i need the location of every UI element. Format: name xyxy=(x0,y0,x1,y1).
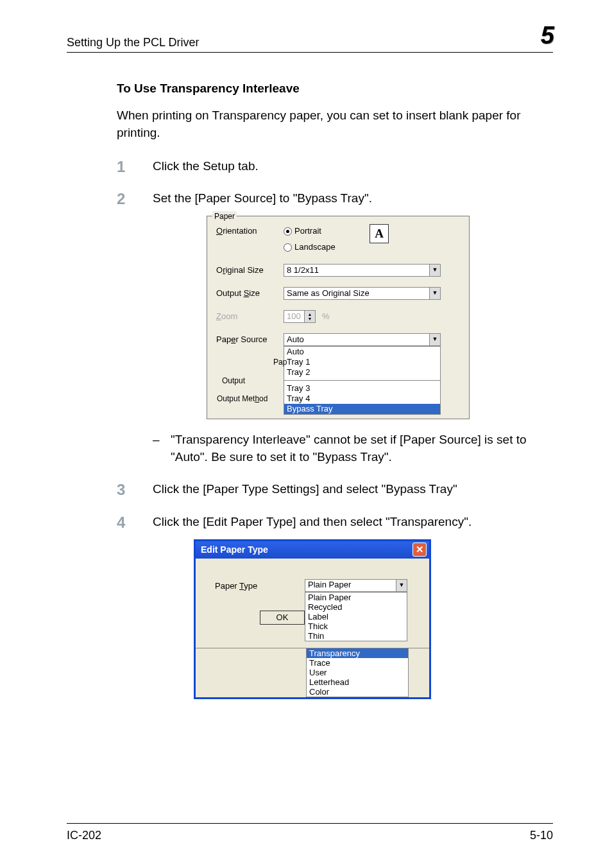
chevron-down-icon[interactable]: ▼ xyxy=(396,580,407,591)
zoom-spinner[interactable]: 100 ▲▼ xyxy=(284,310,316,323)
orientation-label: Orientation xyxy=(216,225,284,238)
list-item[interactable]: Tray 4 xyxy=(284,394,440,404)
list-item[interactable]: Tray 1 xyxy=(284,357,440,367)
list-item[interactable]: Thin xyxy=(305,631,407,641)
output-method-label: Output Method xyxy=(217,394,284,414)
step-text-1: Click the Setup tab. xyxy=(153,157,553,178)
output-size-label: Output Size xyxy=(216,288,284,300)
landscape-label: Landscape xyxy=(294,241,336,254)
step-number-3: 3 xyxy=(117,479,153,501)
dialog-title: Edit Paper Type xyxy=(201,543,268,556)
output-size-select[interactable]: Same as Original Size ▼ xyxy=(284,287,441,300)
step-number-4: 4 xyxy=(117,512,153,534)
original-size-value: 8 1/2x11 xyxy=(284,265,429,277)
ok-button[interactable]: OK xyxy=(260,611,305,625)
step-text-4: Click the [Edit Paper Type] and then sel… xyxy=(153,513,553,534)
orientation-preview-icon: A xyxy=(370,224,389,243)
original-size-label: Original Size xyxy=(216,265,284,277)
list-item[interactable]: Tray 2 xyxy=(284,367,440,378)
pap-label-fragment: Pap xyxy=(273,357,287,368)
chevron-down-icon[interactable]: ▼ xyxy=(429,334,440,345)
step-text-2: Set the [Paper Source] to "Bypass Tray". xyxy=(153,189,553,211)
dash-bullet: – xyxy=(153,431,171,466)
paper-source-value: Auto xyxy=(284,334,429,346)
footer-left: IC-202 xyxy=(67,829,101,842)
list-item[interactable]: Label xyxy=(305,612,407,621)
dialog-titlebar: Edit Paper Type ✕ xyxy=(196,539,429,559)
running-header: Setting Up the PCL Driver xyxy=(67,36,199,49)
spinner-buttons-icon[interactable]: ▲▼ xyxy=(304,311,315,322)
original-size-select[interactable]: 8 1/2x11 ▼ xyxy=(284,264,441,277)
step-number-2: 2 xyxy=(117,188,153,211)
radio-unselected-icon xyxy=(284,243,292,252)
landscape-radio[interactable]: Landscape xyxy=(284,241,336,254)
paper-source-listbox[interactable]: Pap Auto Tray 1 Tray 2 Output Tray 3 Out… xyxy=(284,346,441,415)
zoom-label: Zoom xyxy=(216,311,284,323)
paper-source-label: Paper Source xyxy=(216,334,284,346)
zoom-percent-label: % xyxy=(322,311,330,323)
list-item[interactable]: Thick xyxy=(305,621,407,631)
edit-paper-type-dialog: Edit Paper Type ✕ Paper Type Plain Paper… xyxy=(194,539,431,700)
step2-note: "Transparency Interleave" cannot be set … xyxy=(171,431,553,466)
list-item[interactable]: Tray 3 xyxy=(284,383,440,394)
chevron-down-icon[interactable]: ▼ xyxy=(429,265,440,276)
list-item[interactable]: Recycled xyxy=(305,602,407,612)
zoom-value: 100 xyxy=(284,311,304,323)
paper-type-value: Plain Paper xyxy=(305,579,396,591)
paper-settings-panel: Paper Orientation Portrait Landscape A xyxy=(207,216,470,419)
paper-group-label: Paper xyxy=(212,211,237,222)
portrait-radio[interactable]: Portrait xyxy=(284,225,336,238)
list-item[interactable]: Plain Paper xyxy=(305,593,407,602)
footer-right: 5-10 xyxy=(530,829,553,842)
paper-type-label: Paper Type xyxy=(215,579,305,593)
radio-selected-icon xyxy=(284,227,292,236)
output-size-value: Same as Original Size xyxy=(284,288,429,300)
list-item[interactable]: Color xyxy=(307,687,408,697)
paper-type-listbox-top[interactable]: Plain Paper Recycled Label Thick Thin xyxy=(305,592,407,641)
list-item[interactable]: Auto xyxy=(284,347,440,357)
paper-source-select[interactable]: Auto ▼ xyxy=(284,333,441,346)
section-heading: To Use Transparency Interleave xyxy=(117,80,553,98)
step-number-1: 1 xyxy=(117,156,153,178)
step-text-3: Click the [Paper Type Settings] and sele… xyxy=(153,480,553,501)
list-item[interactable]: Letterhead xyxy=(307,677,408,687)
paper-type-listbox-bottom[interactable]: Transparency Trace User Letterhead Color xyxy=(306,648,409,697)
list-item-selected[interactable]: Transparency xyxy=(307,648,408,658)
intro-paragraph: When printing on Transparency paper, you… xyxy=(117,107,553,142)
paper-type-select[interactable]: Plain Paper ▼ xyxy=(305,579,407,592)
chevron-down-icon[interactable]: ▼ xyxy=(429,288,440,299)
list-item[interactable]: Trace xyxy=(307,658,408,668)
list-item-selected[interactable]: Bypass Tray xyxy=(284,404,440,414)
list-item[interactable]: User xyxy=(307,668,408,677)
chapter-number: 5 xyxy=(541,22,554,49)
output-group-label: Output xyxy=(220,376,247,386)
portrait-label: Portrait xyxy=(294,225,321,238)
close-icon[interactable]: ✕ xyxy=(412,542,427,557)
